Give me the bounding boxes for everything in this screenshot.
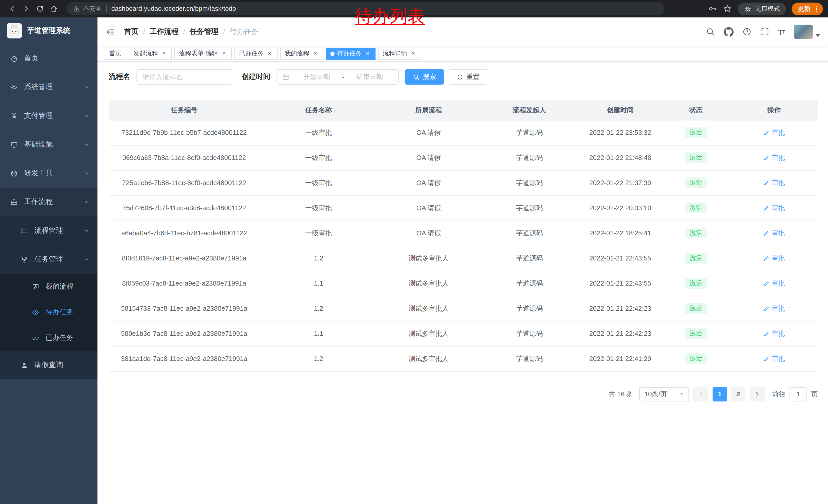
sidebar-item-label: 首页 [24,54,38,63]
app-logo[interactable]: 芋道管理系统 [0,17,97,44]
approve-label: 审批 [772,203,785,213]
create-time-label: 创建时间 [242,72,271,82]
goto-page-input[interactable] [790,387,807,401]
cell-initiator: 芋道源码 [480,195,579,221]
tab-start-process[interactable]: 发起流程 [129,47,172,60]
prev-page-button[interactable] [693,387,708,401]
col-action: 操作 [731,100,818,120]
breadcrumb-item-workflow[interactable]: 工作流程 [150,27,178,36]
close-icon[interactable] [220,50,227,57]
page-1-button[interactable]: 1 [713,387,727,401]
cell-task-name: 1.2 [259,346,378,371]
close-icon[interactable] [410,50,417,57]
sidebar-item-devtools[interactable]: 研发工具 [0,159,97,188]
browser-update-button[interactable]: 更新 [792,2,823,15]
close-icon[interactable] [266,50,273,57]
sidebar-item-my-process[interactable]: 我的流程 [0,274,97,300]
user-avatar[interactable] [794,25,813,39]
breadcrumb-item-home[interactable]: 首页 [124,27,138,36]
sidebar-item-home[interactable]: 首页 [0,44,97,73]
help-icon[interactable] [742,27,751,36]
sidebar-item-infrastructure[interactable]: 基础设施 [0,130,97,159]
tags-bar: 首页 发起流程 流程表单-编辑 已办任务 我的流程 待办任务 流程详情 [97,46,828,61]
sidebar-item-label: 支付管理 [24,111,53,121]
close-icon[interactable] [364,50,371,57]
cube-icon [10,170,18,177]
browser-forward-icon[interactable] [19,2,33,16]
browser-reload-icon[interactable] [33,2,47,16]
sidebar-item-task-management[interactable]: 任务管理 [0,245,97,274]
close-icon[interactable] [312,50,319,57]
sidebar-item-done-tasks[interactable]: 已办任务 [0,325,97,351]
sidebar-item-payment[interactable]: 支付管理 [0,101,97,130]
font-size-icon[interactable]: TT [778,28,785,36]
approve-link[interactable]: 审批 [763,228,785,238]
not-secure-warning-icon [73,5,80,12]
sidebar-item-todo-tasks[interactable]: 待办任务 [0,300,97,325]
tab-home[interactable]: 首页 [105,47,126,60]
bookmark-star-icon[interactable] [723,4,732,13]
tab-process-form-edit[interactable]: 流程表单-编辑 [174,47,232,60]
browser-back-icon[interactable] [5,2,19,16]
cell-status: 激活 [661,170,731,195]
approve-link[interactable]: 审批 [763,153,785,162]
cell-task-name: 一级审批 [259,145,378,170]
browser-menu-icon[interactable] [816,8,817,9]
sidebar: 芋道管理系统 首页 系统管理 支付管理 [0,17,97,504]
close-icon[interactable] [161,50,167,57]
page-size-select[interactable]: 10条/页 [639,387,689,401]
cell-status: 激活 [661,245,731,271]
user-menu[interactable] [794,25,820,39]
approve-link[interactable]: 审批 [763,329,785,338]
browser-home-icon[interactable] [47,2,60,16]
process-name-input[interactable] [136,69,233,85]
sidebar-item-system[interactable]: 系统管理 [0,73,97,101]
chevron-down-icon [680,393,684,395]
cell-status: 激活 [661,145,731,170]
sidebar-item-leave-query[interactable]: 请假查询 [0,351,97,379]
sidebar-item-workflow[interactable]: 工作流程 [0,188,97,216]
tab-label: 待办任务 [337,49,362,58]
chevron-down-icon [816,34,820,37]
approve-link[interactable]: 审批 [763,178,785,187]
approve-link[interactable]: 审批 [763,354,785,363]
chat-user-icon [32,283,40,290]
status-badge: 激活 [685,127,707,138]
incognito-icon [744,5,752,12]
reset-button[interactable]: 重置 [449,69,487,85]
approve-link[interactable]: 审批 [763,279,785,288]
cell-created-at: 2022-01-21 22:41:29 [579,346,661,371]
approve-link[interactable]: 审批 [763,254,785,263]
search-icon[interactable] [706,27,715,36]
tab-label: 流程表单-编辑 [179,49,218,58]
tab-my-process[interactable]: 我的流程 [280,47,323,60]
password-key-icon[interactable] [708,4,717,13]
next-page-button[interactable] [749,387,765,401]
approve-link[interactable]: 审批 [763,304,785,313]
search-button[interactable]: 搜索 [405,69,444,85]
breadcrumb-item-task-management[interactable]: 任务管理 [190,27,218,36]
sidebar-item-process-management[interactable]: 流程管理 [0,216,97,245]
github-icon[interactable] [723,27,733,37]
fullscreen-icon[interactable] [760,27,769,36]
cell-process: 测试多审批人 [378,321,480,346]
tab-todo-tasks[interactable]: 待办任务 [326,47,376,60]
sidebar-toggle-icon[interactable] [106,27,115,37]
address-bar[interactable]: 不安全 dashboard.yudao.iocoder.cn/bpm/task/… [67,2,664,15]
cell-initiator: 芋道源码 [480,145,579,170]
tab-process-detail[interactable]: 流程详情 [378,47,421,60]
date-range-picker[interactable]: 开始日期 - 结束日期 [277,69,399,85]
tab-done-tasks[interactable]: 已办任务 [235,47,278,60]
process-name-label: 流程名 [109,72,130,82]
update-label: 更新 [798,4,811,13]
cell-action: 审批 [731,195,818,221]
approve-link[interactable]: 审批 [763,128,785,137]
address-divider [106,5,107,12]
status-badge: 激活 [685,353,707,364]
table-row: 725a1eb6-7b88-11ec-8ef0-acde48001122 一级审… [109,170,818,195]
app-title: 芋道管理系统 [27,26,70,35]
page-2-button[interactable]: 2 [731,387,745,401]
col-task-name: 任务名称 [259,100,378,120]
approve-link[interactable]: 审批 [763,203,785,213]
sidebar-item-label: 任务管理 [34,255,63,264]
